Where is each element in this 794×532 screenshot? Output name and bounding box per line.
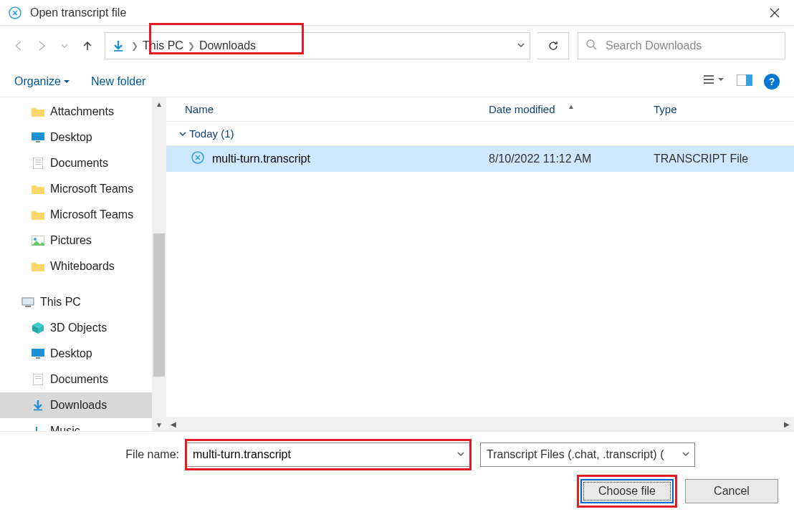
tree-item[interactable]: Documents <box>0 367 152 392</box>
svg-rect-13 <box>35 164 41 165</box>
breadcrumb-dropdown-icon[interactable] <box>517 39 525 52</box>
tree-item[interactable]: Music <box>0 418 152 431</box>
search-input[interactable] <box>606 39 778 52</box>
tree-item[interactable]: Microsoft Teams <box>0 202 152 228</box>
music-icon <box>32 425 44 431</box>
svg-rect-5 <box>704 82 714 84</box>
document-icon <box>32 373 44 386</box>
folder-icon <box>32 105 44 118</box>
close-button[interactable] <box>762 1 787 25</box>
app-icon <box>7 5 23 21</box>
sidebar-scrollbar[interactable]: ▲ ▼ <box>152 97 166 431</box>
svg-rect-11 <box>35 160 41 160</box>
svg-rect-18 <box>32 349 44 357</box>
tree-item[interactable]: Documents <box>0 150 152 176</box>
scroll-up-icon[interactable]: ▲ <box>152 97 166 110</box>
svg-rect-17 <box>25 306 31 307</box>
file-name: multi-turn.transcript <box>212 153 310 165</box>
search-box[interactable] <box>578 32 785 59</box>
column-headers[interactable]: Name ▲Date modified Type <box>166 97 794 122</box>
download-arrow-icon <box>111 39 125 53</box>
recent-dropdown[interactable] <box>54 36 75 56</box>
filename-field[interactable] <box>186 442 470 467</box>
filename-label: File name: <box>0 448 186 461</box>
scroll-thumb[interactable] <box>153 233 165 377</box>
scroll-down-icon[interactable]: ▼ <box>152 418 166 431</box>
filename-input[interactable] <box>193 448 464 461</box>
tree-item[interactable]: Whiteboards <box>0 253 152 279</box>
document-icon <box>32 157 44 170</box>
view-menu-icon[interactable] <box>704 74 725 90</box>
tree-item[interactable]: Desktop <box>0 125 152 150</box>
refresh-button[interactable] <box>537 32 569 59</box>
file-type-filter[interactable]: Transcript Files (.chat, .transcript) ( <box>480 442 695 467</box>
pc-icon <box>21 296 34 309</box>
svg-rect-20 <box>33 374 43 385</box>
new-folder-button[interactable]: New folder <box>91 75 145 88</box>
scroll-left-icon[interactable]: ◀ <box>166 420 181 428</box>
chevron-right-icon: ❯ <box>188 41 195 51</box>
file-type: TRANSCRIPT File <box>654 153 794 165</box>
download-arrow-icon <box>32 399 44 412</box>
svg-rect-7 <box>746 74 752 86</box>
breadcrumb-item[interactable]: This PC <box>143 39 183 52</box>
cancel-button[interactable]: Cancel <box>685 479 778 503</box>
breadcrumb-item[interactable]: Downloads <box>199 39 256 52</box>
svg-rect-10 <box>33 158 43 169</box>
svg-rect-12 <box>35 162 41 163</box>
scroll-right-icon[interactable]: ▶ <box>780 420 794 428</box>
svg-rect-9 <box>36 141 40 142</box>
organize-menu[interactable]: Organize <box>14 75 70 88</box>
folder-icon <box>32 183 44 195</box>
svg-rect-19 <box>36 357 40 359</box>
horizontal-scrollbar[interactable]: ◀ ▶ <box>166 417 794 431</box>
window-title: Open transcript file <box>30 6 762 19</box>
svg-rect-16 <box>22 298 34 305</box>
choose-file-button[interactable]: Choose file <box>580 479 674 503</box>
chevron-down-icon[interactable] <box>681 448 690 461</box>
chevron-down-icon <box>179 127 186 140</box>
scroll-track[interactable] <box>181 417 780 431</box>
tree-item[interactable]: Microsoft Teams <box>0 176 152 202</box>
desktop-icon <box>32 347 44 360</box>
svg-rect-4 <box>704 79 714 80</box>
forward-button[interactable] <box>32 36 52 56</box>
tree-item[interactable]: Pictures <box>0 228 152 253</box>
tree-item[interactable]: Desktop <box>0 341 152 367</box>
column-date[interactable]: ▲Date modified <box>489 103 654 115</box>
svg-point-2 <box>587 40 594 47</box>
pictures-icon <box>32 234 44 247</box>
group-header[interactable]: Today (1) <box>166 122 794 146</box>
column-name[interactable]: Name <box>166 103 489 115</box>
chevron-down-icon[interactable] <box>456 448 465 461</box>
sort-indicator-icon: ▲ <box>568 102 575 110</box>
svg-rect-3 <box>704 75 714 77</box>
svg-rect-1 <box>114 50 123 52</box>
folder-tree[interactable]: Attachments Desktop Documents Microsoft … <box>0 97 152 431</box>
chevron-right-icon: ❯ <box>131 41 138 51</box>
help-icon[interactable]: ? <box>764 74 780 90</box>
tree-item-downloads[interactable]: Downloads <box>0 392 152 418</box>
svg-rect-23 <box>34 410 42 411</box>
file-date: 8/10/2022 11:12 AM <box>489 153 654 165</box>
folder-icon <box>32 208 44 221</box>
breadcrumb[interactable]: ❯ This PC ❯ Downloads <box>105 32 530 59</box>
tree-item[interactable]: 3D Objects <box>0 315 152 341</box>
transcript-file-icon <box>191 150 205 168</box>
column-type[interactable]: Type <box>654 103 794 115</box>
search-icon <box>585 39 597 53</box>
tree-item-this-pc[interactable]: This PC <box>0 289 152 315</box>
file-row[interactable]: multi-turn.transcript 8/10/2022 11:12 AM… <box>166 146 794 172</box>
desktop-icon <box>32 131 44 144</box>
svg-rect-8 <box>32 132 44 140</box>
back-button[interactable] <box>9 36 29 56</box>
folder-icon <box>32 260 44 273</box>
preview-pane-icon[interactable] <box>737 74 752 89</box>
svg-rect-21 <box>35 376 41 377</box>
box-icon <box>32 321 44 334</box>
tree-item[interactable]: Attachments <box>0 99 152 125</box>
up-button[interactable] <box>77 36 97 56</box>
svg-rect-22 <box>35 378 41 379</box>
svg-point-15 <box>34 238 37 241</box>
